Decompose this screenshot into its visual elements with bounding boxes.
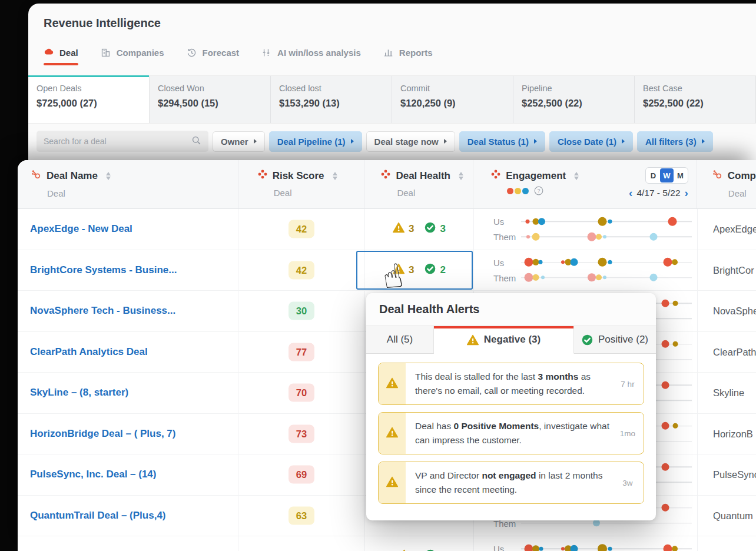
deal-name-link[interactable]: PulseSync, Inc. Deal – (14) <box>30 469 156 480</box>
risk-score-badge: 30 <box>289 302 314 320</box>
deal-health-cell[interactable]: 3 3 <box>365 209 474 250</box>
deal-name-link[interactable]: HorizonBridge Deal – ( Plus, 7) <box>30 428 176 440</box>
company-cell: HorizonB <box>698 414 756 454</box>
popup-alert-list: This deal is stalled for the last 3 mont… <box>366 354 656 520</box>
search-input[interactable] <box>44 137 191 146</box>
engagement-dot <box>532 274 539 281</box>
summary-card-open-deals[interactable]: Open Deals $725,000 (27) <box>28 76 150 123</box>
nav-tab-label: Forecast <box>203 48 240 58</box>
sort-arrows-icon[interactable] <box>106 172 111 180</box>
engagement-them-track <box>521 523 692 524</box>
search-icon <box>191 135 201 148</box>
column-header-deal-name[interactable]: Deal Name Deal <box>18 160 238 208</box>
filter-chip-label: Deal stage now <box>374 137 439 147</box>
alert-age: 1mo <box>612 413 644 454</box>
period-option-m[interactable]: M <box>674 168 687 182</box>
company-name: Quantum <box>713 510 753 521</box>
engagement-dot <box>596 275 602 281</box>
engagement-dot <box>650 233 658 241</box>
freddy-ai-icon <box>258 170 267 182</box>
deal-name-link[interactable]: ClearPath Analytics Deal <box>30 346 148 358</box>
column-header-deal-health[interactable]: Deal Health Deal <box>364 160 473 208</box>
deal-name-link[interactable]: SkyLine – (8, starter) <box>30 387 128 399</box>
risk-score-badge: 63 <box>289 506 314 525</box>
filter-chip-deal-status-1[interactable]: Deal Status (1) <box>459 131 545 152</box>
risk-score-badge: 70 <box>289 384 314 402</box>
deal-name-link[interactable]: QuantumTrail Deal – (Plus,4) <box>30 510 166 522</box>
summary-card-label: Closed Won <box>158 84 270 93</box>
risk-score-badge: 42 <box>289 220 314 238</box>
positive-check-icon <box>425 263 436 277</box>
deal-health-cell[interactable] <box>365 536 474 551</box>
popup-tabs: All (5) Negative (3) Positive (2) <box>366 326 656 354</box>
nav-tab-deal[interactable]: Deal <box>44 47 78 65</box>
popup-tab-all-5[interactable]: All (5) <box>366 326 434 354</box>
engagement-dot <box>525 258 533 267</box>
company-cell <box>698 536 756 551</box>
nav-tab-forecast[interactable]: Forecast <box>187 47 240 65</box>
popup-tab-negative-3[interactable]: Negative (3) <box>434 326 574 354</box>
alert-card: This deal is stalled for the last 3 mont… <box>378 363 644 405</box>
summary-card-label: Closed lost <box>279 84 392 93</box>
sort-arrows-icon[interactable] <box>333 172 337 180</box>
column-header-risk-score[interactable]: Risk Score Deal <box>238 160 365 208</box>
engagement-us-track <box>521 221 692 222</box>
popup-tab-label: Negative (3) <box>484 334 541 346</box>
table-row: ApexEdge - New Deal 42 3 3 Us Them ApexE… <box>18 209 756 250</box>
engagement-dot <box>570 545 578 551</box>
summary-card-closed-lost[interactable]: Closed lost $153,290 (13) <box>271 76 392 123</box>
positive-alert-count: 2 <box>440 264 446 276</box>
column-header-company[interactable]: Comp Deal <box>697 160 756 208</box>
summary-card-closed-won[interactable]: Closed Won $294,500 (15) <box>150 76 271 123</box>
legend-dots <box>507 188 529 194</box>
summary-card-pipeline[interactable]: Pipeline $252,500 (22) <box>513 76 635 123</box>
deal-name-link[interactable]: ApexEdge - New Deal <box>30 223 132 235</box>
engagement-us-line: Us <box>474 215 697 227</box>
engagement-dot <box>532 545 539 551</box>
filter-chip-owner[interactable]: Owner <box>213 131 265 152</box>
deal-name-link[interactable]: BrightCore Systems - Busine... <box>30 264 177 276</box>
filter-chip-deal-stage-now[interactable]: Deal stage now <box>366 131 455 152</box>
deal-name-link[interactable]: NovaSphere Tech - Business... <box>30 305 175 317</box>
nav-tab-label: AI win/loss analysis <box>277 48 361 58</box>
chevron-right-icon[interactable]: › <box>685 187 688 198</box>
engagement-dot <box>673 341 678 347</box>
nav-tab-ai-win-loss-analysis[interactable]: AI win/loss analysis <box>261 47 361 65</box>
engagement-us-label: Us <box>493 217 504 227</box>
deal-name-cell: HorizonBridge Deal – ( Plus, 7) <box>18 414 238 454</box>
deal-name-cell <box>18 536 238 551</box>
sort-arrows-icon[interactable] <box>459 172 463 180</box>
popup-tab-positive-2[interactable]: Positive (2) <box>574 326 656 354</box>
sort-arrows-icon[interactable] <box>574 172 579 180</box>
help-circle-icon[interactable]: ? <box>534 186 543 195</box>
column-title: Engagement <box>506 170 566 182</box>
engagement-dot <box>598 258 607 267</box>
company-name: ClearPath <box>713 346 756 357</box>
period-option-w[interactable]: W <box>660 168 674 182</box>
date-range-nav: ‹ 4/17 - 5/22 › <box>629 187 688 198</box>
summary-card-commit[interactable]: Commit $120,250 (9) <box>392 76 513 123</box>
chevron-left-icon[interactable]: ‹ <box>629 187 632 198</box>
engagement-dot <box>662 422 669 430</box>
engagement-dot <box>672 260 678 265</box>
filter-chip-close-date-1[interactable]: Close Date (1) <box>549 131 633 152</box>
risk-score-badge: 77 <box>289 343 314 361</box>
summary-card-best-case[interactable]: Best Case $252,500 (22) <box>635 76 756 123</box>
filter-chip-all-filters-3[interactable]: All filters (3) <box>637 131 713 152</box>
page-title: Revenue Intelligence <box>44 16 161 30</box>
summary-card-label: Best Case <box>643 84 755 93</box>
engagement-dot <box>662 504 669 512</box>
nav-tab-companies[interactable]: Companies <box>101 47 164 65</box>
company-cell: BrightCor <box>698 250 756 291</box>
engagement-them-label: Them <box>493 273 516 283</box>
column-header-engagement[interactable]: Engagement ? DWM ‹ 4/17 - 5/22 › <box>473 160 697 208</box>
nav-tab-label: Deal <box>59 48 78 58</box>
nav-tab-reports[interactable]: Reports <box>383 47 433 65</box>
filter-chip-deal-pipeline-1[interactable]: Deal Pipeline (1) <box>269 131 362 152</box>
period-option-d[interactable]: D <box>646 168 660 182</box>
table-row: Us Them <box>18 536 756 551</box>
deal-health-alerts-popup: Deal Health Alerts All (5) Negative (3) … <box>366 293 656 520</box>
hubspot-sprocket-icon <box>712 170 722 182</box>
engagement-dot <box>650 274 658 281</box>
company-name: BrightCor <box>713 264 754 276</box>
